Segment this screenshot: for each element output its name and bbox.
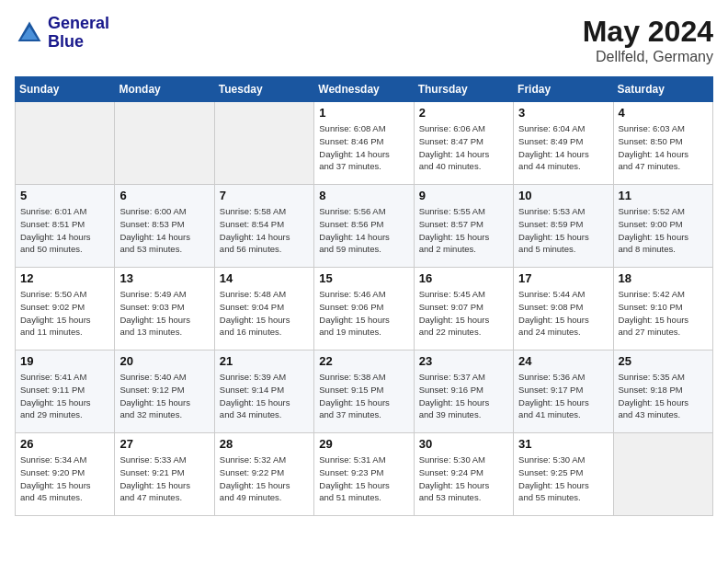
calendar-week-2: 5Sunrise: 6:01 AM Sunset: 8:51 PM Daylig… [16, 185, 713, 268]
calendar-week-4: 19Sunrise: 5:41 AM Sunset: 9:11 PM Dayli… [16, 350, 713, 433]
day-number: 10 [518, 189, 608, 202]
day-info: Sunrise: 5:37 AM Sunset: 9:16 PM Dayligh… [419, 371, 508, 421]
day-info: Sunrise: 5:40 AM Sunset: 9:12 PM Dayligh… [119, 371, 209, 421]
calendar-cell: 29Sunrise: 5:31 AM Sunset: 9:23 PM Dayli… [314, 433, 414, 516]
calendar-week-5: 26Sunrise: 5:34 AM Sunset: 9:20 PM Dayli… [16, 433, 713, 516]
calendar-cell: 25Sunrise: 5:35 AM Sunset: 9:18 PM Dayli… [613, 350, 712, 433]
day-number: 16 [419, 271, 508, 285]
calendar-cell: 27Sunrise: 5:33 AM Sunset: 9:21 PM Dayli… [115, 433, 214, 516]
day-number: 31 [518, 437, 608, 451]
day-info: Sunrise: 5:36 AM Sunset: 9:17 PM Dayligh… [518, 371, 608, 421]
day-info: Sunrise: 5:33 AM Sunset: 9:21 PM Dayligh… [119, 454, 209, 504]
day-info: Sunrise: 5:41 AM Sunset: 9:11 PM Dayligh… [20, 371, 109, 421]
calendar-cell: 13Sunrise: 5:49 AM Sunset: 9:03 PM Dayli… [115, 268, 214, 350]
calendar-cell: 20Sunrise: 5:40 AM Sunset: 9:12 PM Dayli… [115, 350, 214, 433]
day-number: 8 [319, 189, 408, 202]
location-title: Dellfeld, Germany [583, 49, 713, 65]
calendar-cell [214, 102, 313, 185]
calendar-cell: 15Sunrise: 5:46 AM Sunset: 9:06 PM Dayli… [314, 268, 414, 350]
logo: General Blue [15, 15, 109, 52]
day-info: Sunrise: 6:06 AM Sunset: 8:47 PM Dayligh… [419, 122, 508, 173]
day-number: 6 [119, 189, 209, 202]
calendar-cell: 17Sunrise: 5:44 AM Sunset: 9:08 PM Dayli… [514, 268, 613, 350]
calendar-cell: 8Sunrise: 5:56 AM Sunset: 8:56 PM Daylig… [314, 185, 414, 268]
day-number: 11 [619, 189, 708, 202]
calendar-cell: 6Sunrise: 6:00 AM Sunset: 8:53 PM Daylig… [115, 185, 214, 268]
calendar-cell: 9Sunrise: 5:55 AM Sunset: 8:57 PM Daylig… [414, 185, 513, 268]
day-number: 26 [20, 437, 109, 451]
calendar-week-1: 1Sunrise: 6:08 AM Sunset: 8:46 PM Daylig… [16, 102, 713, 185]
day-number: 17 [518, 271, 608, 285]
month-title: May 2024 [583, 15, 713, 49]
calendar-cell: 24Sunrise: 5:36 AM Sunset: 9:17 PM Dayli… [514, 350, 613, 433]
calendar-cell [613, 433, 712, 516]
calendar-cell: 30Sunrise: 5:30 AM Sunset: 9:24 PM Dayli… [414, 433, 513, 516]
day-info: Sunrise: 5:48 AM Sunset: 9:04 PM Dayligh… [220, 288, 309, 339]
calendar-cell [16, 102, 115, 185]
title-block: May 2024 Dellfeld, Germany [583, 15, 713, 65]
day-info: Sunrise: 5:49 AM Sunset: 9:03 PM Dayligh… [119, 288, 209, 339]
calendar-cell: 12Sunrise: 5:50 AM Sunset: 9:02 PM Dayli… [16, 268, 115, 350]
day-number: 3 [518, 106, 608, 120]
day-info: Sunrise: 6:08 AM Sunset: 8:46 PM Dayligh… [319, 122, 408, 173]
calendar-cell: 14Sunrise: 5:48 AM Sunset: 9:04 PM Dayli… [214, 268, 313, 350]
day-number: 21 [220, 354, 309, 368]
calendar-cell: 7Sunrise: 5:58 AM Sunset: 8:54 PM Daylig… [214, 185, 313, 268]
calendar-cell: 10Sunrise: 5:53 AM Sunset: 8:59 PM Dayli… [514, 185, 613, 268]
weekday-header-tuesday: Tuesday [214, 77, 313, 102]
day-number: 4 [619, 106, 708, 120]
weekday-header-friday: Friday [514, 77, 613, 102]
day-number: 20 [119, 354, 209, 368]
calendar-cell: 1Sunrise: 6:08 AM Sunset: 8:46 PM Daylig… [314, 102, 414, 185]
day-number: 25 [619, 354, 708, 368]
day-info: Sunrise: 5:55 AM Sunset: 8:57 PM Dayligh… [419, 205, 508, 256]
day-info: Sunrise: 5:38 AM Sunset: 9:15 PM Dayligh… [319, 371, 408, 421]
day-number: 22 [319, 354, 408, 368]
day-info: Sunrise: 6:00 AM Sunset: 8:53 PM Dayligh… [119, 205, 209, 256]
calendar-cell: 3Sunrise: 6:04 AM Sunset: 8:49 PM Daylig… [514, 102, 613, 185]
day-info: Sunrise: 5:32 AM Sunset: 9:22 PM Dayligh… [220, 454, 309, 504]
day-number: 5 [20, 189, 109, 202]
day-info: Sunrise: 5:46 AM Sunset: 9:06 PM Dayligh… [319, 288, 408, 339]
day-info: Sunrise: 5:30 AM Sunset: 9:25 PM Dayligh… [518, 454, 608, 504]
calendar-table: SundayMondayTuesdayWednesdayThursdayFrid… [15, 76, 713, 516]
day-number: 24 [518, 354, 608, 368]
day-number: 13 [119, 271, 209, 285]
day-number: 29 [319, 437, 408, 451]
day-info: Sunrise: 5:30 AM Sunset: 9:24 PM Dayligh… [419, 454, 508, 504]
logo-text: General Blue [48, 15, 109, 52]
day-info: Sunrise: 5:39 AM Sunset: 9:14 PM Dayligh… [220, 371, 309, 421]
calendar-cell: 31Sunrise: 5:30 AM Sunset: 9:25 PM Dayli… [514, 433, 613, 516]
day-number: 1 [319, 106, 408, 120]
calendar-week-3: 12Sunrise: 5:50 AM Sunset: 9:02 PM Dayli… [16, 268, 713, 350]
day-info: Sunrise: 5:53 AM Sunset: 8:59 PM Dayligh… [518, 205, 608, 256]
calendar-cell: 22Sunrise: 5:38 AM Sunset: 9:15 PM Dayli… [314, 350, 414, 433]
day-info: Sunrise: 5:42 AM Sunset: 9:10 PM Dayligh… [619, 288, 708, 339]
day-info: Sunrise: 5:50 AM Sunset: 9:02 PM Dayligh… [20, 288, 109, 339]
weekday-header-row: SundayMondayTuesdayWednesdayThursdayFrid… [16, 77, 713, 102]
day-number: 23 [419, 354, 508, 368]
page-header: General Blue May 2024 Dellfeld, Germany [15, 15, 713, 65]
day-info: Sunrise: 5:31 AM Sunset: 9:23 PM Dayligh… [319, 454, 408, 504]
calendar-cell [115, 102, 214, 185]
day-number: 2 [419, 106, 508, 120]
day-number: 27 [119, 437, 209, 451]
day-info: Sunrise: 6:03 AM Sunset: 8:50 PM Dayligh… [619, 122, 708, 173]
calendar-cell: 28Sunrise: 5:32 AM Sunset: 9:22 PM Dayli… [214, 433, 313, 516]
calendar-cell: 19Sunrise: 5:41 AM Sunset: 9:11 PM Dayli… [16, 350, 115, 433]
calendar-cell: 21Sunrise: 5:39 AM Sunset: 9:14 PM Dayli… [214, 350, 313, 433]
day-info: Sunrise: 5:44 AM Sunset: 9:08 PM Dayligh… [518, 288, 608, 339]
day-number: 19 [20, 354, 109, 368]
day-number: 12 [20, 271, 109, 285]
logo-icon [15, 18, 44, 48]
calendar-cell: 2Sunrise: 6:06 AM Sunset: 8:47 PM Daylig… [414, 102, 513, 185]
day-info: Sunrise: 6:01 AM Sunset: 8:51 PM Dayligh… [20, 205, 109, 256]
calendar-cell: 5Sunrise: 6:01 AM Sunset: 8:51 PM Daylig… [16, 185, 115, 268]
day-number: 7 [220, 189, 309, 202]
calendar-cell: 23Sunrise: 5:37 AM Sunset: 9:16 PM Dayli… [414, 350, 513, 433]
day-number: 15 [319, 271, 408, 285]
day-number: 30 [419, 437, 508, 451]
calendar-cell: 4Sunrise: 6:03 AM Sunset: 8:50 PM Daylig… [613, 102, 712, 185]
day-info: Sunrise: 5:56 AM Sunset: 8:56 PM Dayligh… [319, 205, 408, 256]
weekday-header-wednesday: Wednesday [314, 77, 414, 102]
